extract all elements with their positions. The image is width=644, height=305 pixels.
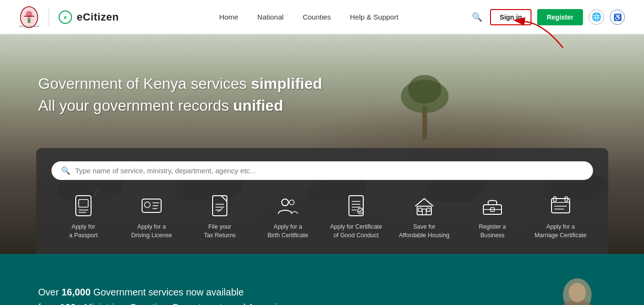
- coat-of-arms-icon: REPUBLIC OF KENYA: [19, 6, 39, 29]
- signin-button[interactable]: Sign in: [490, 9, 532, 25]
- nav-link-counties[interactable]: Counties: [303, 13, 331, 21]
- housing-icon: [412, 193, 437, 218]
- svg-point-58: [282, 199, 288, 206]
- business-icon: [480, 193, 505, 218]
- service-passport[interactable]: Apply fora Passport: [51, 193, 116, 240]
- service-marriage-label: Apply for aMarriage Certificate: [534, 223, 586, 240]
- search-bar: 🔍: [51, 161, 593, 180]
- svg-point-49: [144, 202, 150, 208]
- svg-rect-67: [422, 209, 426, 215]
- tree-illustration: [396, 63, 453, 139]
- bottom-image: [520, 271, 606, 305]
- service-conduct-label: Apply for Certificateof Good Conduct: [330, 223, 382, 240]
- hero-text: Government of Kenya services simplified …: [38, 73, 322, 117]
- language-button[interactable]: 🌐: [589, 10, 604, 25]
- svg-rect-3: [28, 18, 31, 23]
- service-birth[interactable]: Apply for aBirth Certificate: [256, 193, 320, 240]
- service-passport-label: Apply fora Passport: [69, 223, 98, 240]
- svg-rect-45: [79, 200, 88, 207]
- svg-point-82: [569, 283, 586, 302]
- marriage-icon: [548, 193, 573, 218]
- search-input[interactable]: [75, 167, 583, 175]
- svg-rect-79: [520, 271, 606, 305]
- nav-links: Home National Counties Help & Support: [147, 13, 470, 21]
- search-card: 🔍 Apply fora Passport: [36, 148, 608, 254]
- svg-rect-69: [427, 208, 430, 211]
- svg-rect-66: [417, 206, 431, 215]
- search-bar-icon: 🔍: [61, 166, 71, 175]
- svg-point-2: [26, 11, 32, 18]
- ecitizen-logo-icon: e: [59, 11, 72, 24]
- tax-icon: [207, 193, 232, 218]
- service-housing[interactable]: Save forAffordable Housing: [392, 193, 457, 240]
- nav-link-help[interactable]: Help & Support: [350, 13, 399, 21]
- nav-actions: 🔍 Sign in Register 🌐 ♿: [470, 9, 625, 25]
- navbar: REPUBLIC OF KENYA e eCitizen Home Nation…: [0, 0, 644, 34]
- service-business[interactable]: Register aBusiness: [460, 193, 525, 240]
- service-driving-label: Apply for aDriving License: [131, 223, 172, 240]
- birth-icon: [276, 193, 300, 218]
- nav-link-home[interactable]: Home: [219, 13, 238, 21]
- svg-rect-73: [552, 199, 570, 213]
- service-tax[interactable]: File yourTax Returns: [188, 193, 252, 240]
- service-conduct[interactable]: Apply for Certificateof Good Conduct: [324, 193, 388, 240]
- accessibility-button[interactable]: ♿: [610, 10, 625, 25]
- service-housing-label: Save forAffordable Housing: [399, 223, 450, 240]
- svg-text:REPUBLIC OF KENYA: REPUBLIC OF KENYA: [19, 25, 39, 28]
- driving-icon: [139, 193, 164, 218]
- svg-point-59: [289, 200, 294, 205]
- svg-rect-68: [419, 208, 422, 211]
- hero-headline: Government of Kenya services simplified …: [38, 73, 322, 117]
- service-birth-label: Apply for aBirth Certificate: [267, 223, 308, 240]
- bottom-section: Over 16,000 Government services now avai…: [0, 254, 644, 305]
- svg-point-10: [408, 75, 441, 104]
- bottom-text: Over 16,000 Government services now avai…: [38, 284, 290, 305]
- nav-link-national[interactable]: National: [257, 13, 284, 21]
- search-button[interactable]: 🔍: [470, 10, 484, 24]
- conduct-icon: [344, 193, 368, 218]
- logo-divider: [49, 9, 49, 26]
- service-marriage[interactable]: Apply for aMarriage Certificate: [529, 193, 593, 240]
- service-business-label: Register aBusiness: [479, 223, 506, 240]
- service-driving[interactable]: Apply for aDriving License: [120, 193, 184, 240]
- register-button[interactable]: Register: [537, 9, 583, 25]
- logo-area: REPUBLIC OF KENYA e eCitizen: [19, 6, 119, 29]
- passport-icon: [71, 193, 96, 218]
- logo-label: eCitizen: [77, 11, 119, 23]
- services-row: Apply fora Passport Apply for aDriving L…: [51, 193, 593, 240]
- service-tax-label: File yourTax Returns: [204, 223, 236, 240]
- hero-section: Government of Kenya services simplified …: [0, 34, 644, 254]
